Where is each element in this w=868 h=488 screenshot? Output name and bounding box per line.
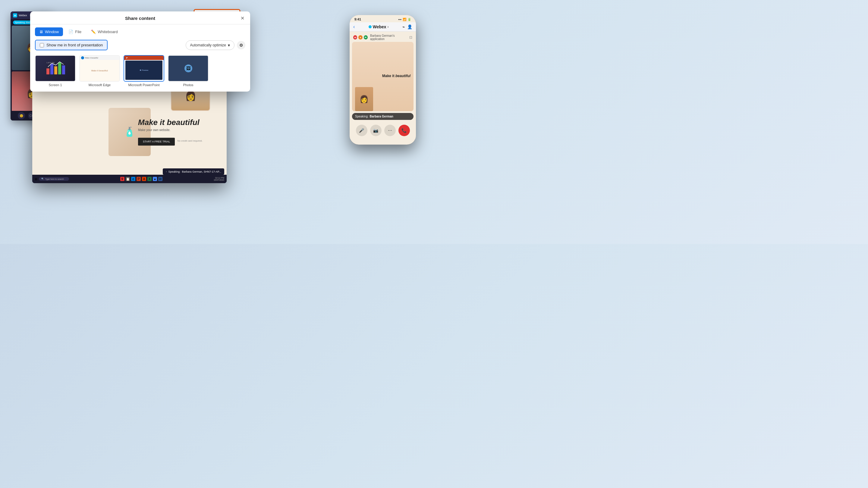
- phone-sq-text: Make it beautiful: [382, 74, 410, 78]
- edge-bg: Make it beautiful Make it beautiful: [80, 56, 119, 81]
- edge-content: Make it beautiful: [80, 60, 119, 81]
- phone-person-image: 👩: [355, 87, 373, 111]
- hero-cta-note: No credit card required.: [177, 139, 203, 142]
- file-tab-icon: 📄: [68, 30, 73, 34]
- phone-sq-title: Make it: [382, 74, 395, 78]
- hero-cta-button[interactable]: START A FREE TRIAL: [138, 138, 175, 145]
- svg-rect-3: [58, 62, 61, 74]
- window-thumb-edge[interactable]: Make it beautiful Make it beautiful Micr…: [79, 55, 120, 87]
- hero-subtitle: Make your own website.: [138, 128, 203, 132]
- phone-nav-title: Webex ›: [369, 24, 389, 29]
- taskbar-icon-1: 🎙: [120, 177, 124, 181]
- svg-rect-0: [46, 68, 50, 74]
- windows-icon: ⊞: [35, 177, 37, 181]
- phone-app-title: Webex: [373, 24, 386, 29]
- dialog-options-row: Show me in front of presentation Automat…: [30, 36, 250, 53]
- taskbar-chrome-icon: ●: [153, 177, 157, 181]
- window-thumb-ppt[interactable]: P 🖥 Preview Microsoft PowerPoint: [124, 55, 164, 87]
- phone-expand-icon[interactable]: ⊡: [409, 35, 412, 39]
- show-me-checkbox[interactable]: Show me in front of presentation: [35, 40, 107, 50]
- hero-text-area: Make it beautiful Make your own website.…: [138, 118, 203, 146]
- taskbar-right: 02:12 PM 15/07/2020: [214, 177, 224, 181]
- hero-title-italic: beautiful: [167, 118, 199, 127]
- speaking-prefix: Speaking:: [168, 170, 181, 173]
- phone-status-icons: ▪▪▪ 📶 🔋: [398, 18, 411, 21]
- taskbar-edge-icon: e: [131, 177, 135, 181]
- taskbar-time: 02:12 PM: [214, 177, 224, 179]
- svg-text:1,879,258: 1,879,258: [46, 62, 55, 64]
- phone-screen: 9:41 ▪▪▪ 📶 🔋 ‹ Webex › ⌁ 👤 W ● ✏: [350, 15, 416, 144]
- taskbar-word-icon: W: [158, 177, 162, 181]
- webex-label: Webex: [19, 14, 27, 17]
- sidebar-emoji-btn[interactable]: 😊: [18, 112, 25, 119]
- photos-label: Photos: [183, 83, 193, 87]
- whiteboard-tab-icon: ✏️: [91, 30, 96, 34]
- app-indicators: W ● ✏ Barbara German's application ⊡: [350, 32, 416, 42]
- ppt-label: Microsoft PowerPoint: [128, 83, 160, 87]
- ppt-preview-text: 🖥 Preview: [140, 69, 148, 71]
- phone-nav-bar: ‹ Webex › ⌁ 👤: [350, 22, 416, 32]
- phone-status-bar: 9:41 ▪▪▪ 📶 🔋: [350, 15, 416, 22]
- tab-window[interactable]: 🖥 Window: [35, 27, 63, 36]
- photos-thumb: 🖼: [168, 55, 209, 82]
- indicator-dot-orange: ●: [358, 35, 362, 39]
- phone-video-btn[interactable]: 📷: [370, 125, 381, 136]
- hero-title-main: Make it: [138, 118, 164, 127]
- phone-nav-chevron: ›: [388, 25, 389, 29]
- hero-cta-row: START A FREE TRIAL No credit card requir…: [138, 135, 203, 145]
- battery-icon: 🔋: [407, 18, 411, 21]
- window-tab-label: Window: [45, 30, 59, 34]
- edge-label: Microsoft Edge: [89, 83, 111, 87]
- screen-bg: 1,879,258: [36, 56, 75, 81]
- svg-rect-2: [54, 66, 57, 74]
- phone-profile-icon: 👤: [407, 24, 412, 29]
- phone-mute-btn[interactable]: 🎤: [356, 125, 367, 136]
- screen1-thumb: 1,879,258: [35, 55, 76, 82]
- tab-file[interactable]: 📄 File: [64, 27, 86, 36]
- ppt-bg: P 🖥 Preview: [124, 56, 164, 81]
- ppt-thumb: P 🖥 Preview: [124, 55, 164, 82]
- windows-taskbar: ⊞ 🔍 Type here to search 🎙 📋 e P A X ● W …: [32, 175, 227, 183]
- auto-optimize-button[interactable]: Automatically optimize ▾: [186, 40, 235, 50]
- dialog-windows-grid: 1,879,258 Screen 1 Make it beautiful Mak…: [30, 53, 250, 92]
- taskbar-pdf-icon: A: [142, 177, 146, 181]
- optimize-controls: Automatically optimize ▾ ⚙: [186, 40, 245, 50]
- window-thumb-photos[interactable]: 🖼 Photos: [168, 55, 209, 87]
- auto-optimize-label: Automatically optimize: [190, 43, 226, 47]
- taskbar-search[interactable]: 🔍 Type here to search: [39, 177, 69, 181]
- dialog-titlebar: Share content ✕: [30, 11, 250, 24]
- phone-back-button[interactable]: ‹: [353, 24, 355, 30]
- phone-end-call-btn[interactable]: 📞: [398, 125, 410, 136]
- phone-sq-italic: beautiful: [396, 74, 410, 78]
- ppt-icon: P: [125, 56, 128, 59]
- show-me-checkbox-input[interactable]: [40, 43, 44, 47]
- phone-speaking-name: Barbara German: [370, 115, 393, 118]
- indicator-dot-red: W: [353, 35, 357, 39]
- app-indicator-label: Barbara German's application: [370, 34, 408, 41]
- edge-icon: [81, 56, 84, 59]
- window-thumb-screen1[interactable]: 1,879,258 Screen 1: [35, 55, 76, 87]
- edge-content-text: Make it beautiful: [91, 70, 108, 72]
- dialog-close-button[interactable]: ✕: [239, 15, 245, 21]
- svg-rect-4: [62, 65, 65, 74]
- indicator-dot-green: ✏: [364, 35, 368, 39]
- taskbar-ppt-icon: P: [136, 177, 141, 181]
- tab-whiteboard[interactable]: ✏️ Whiteboard: [87, 27, 122, 36]
- phone-controls: 🎤 📷 ⋯ 📞: [350, 122, 416, 139]
- chart-svg: 1,879,258: [45, 61, 66, 76]
- phone-more-btn[interactable]: ⋯: [384, 125, 396, 136]
- taskbar-excel-icon: X: [147, 177, 152, 181]
- phone-mockup: 9:41 ▪▪▪ 📶 🔋 ‹ Webex › ⌁ 👤 W ● ✏: [350, 15, 416, 144]
- signal-icon: ▪▪▪: [398, 18, 401, 21]
- taskbar-left: ⊞ 🔍 Type here to search: [35, 177, 69, 181]
- edge-tab-label: Make it beautiful: [85, 57, 98, 59]
- taskbar-icons: 🎙 📋 e P A X ● W: [120, 177, 162, 181]
- optimize-settings-btn[interactable]: ⚙: [237, 41, 245, 50]
- phone-nav-actions: ⌁ 👤: [402, 24, 412, 29]
- webex-dot: [369, 25, 372, 28]
- webex-logo: W: [13, 13, 17, 18]
- taskbar-search-icon: 🔍: [41, 178, 44, 180]
- edge-header: Make it beautiful: [80, 56, 119, 60]
- ppt-content: 🖥 Preview: [125, 61, 162, 80]
- show-me-label: Show me in front of presentation: [46, 43, 103, 47]
